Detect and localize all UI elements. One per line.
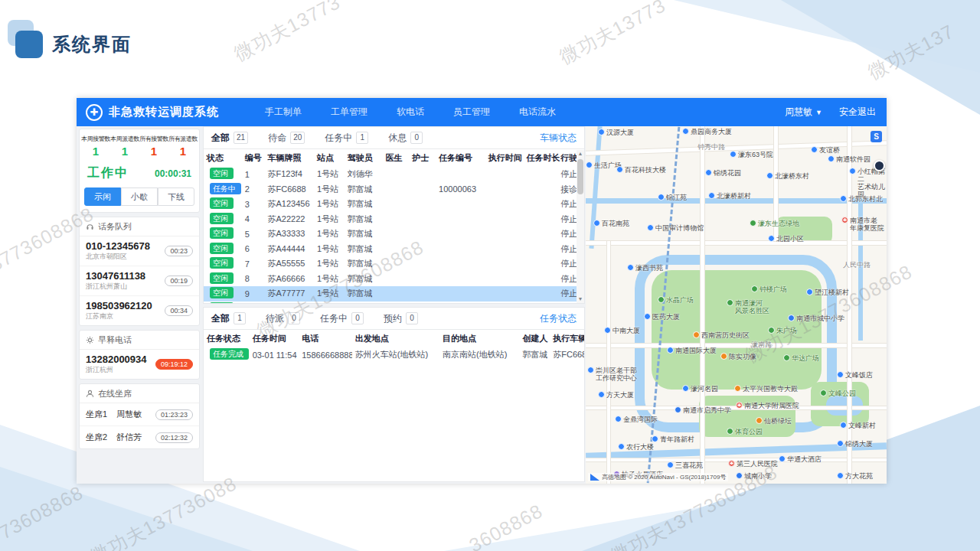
table-row[interactable]: 空闲3苏A1234561号站郭富城停止: [204, 197, 584, 212]
tab-待命[interactable]: 待命20: [268, 132, 305, 145]
tab-预约[interactable]: 预约0: [384, 312, 418, 325]
table-row[interactable]: 空闲5苏A333331号站郭富城停止: [204, 227, 584, 242]
user-menu[interactable]: 周慧敏▼: [785, 106, 822, 119]
table-row[interactable]: 空闲4苏A222221号站郭富城停止: [204, 212, 584, 227]
tab-count: 20: [290, 132, 305, 144]
map-label: 仙桥绿坛: [756, 417, 792, 425]
page-title: 系统界面: [52, 32, 132, 57]
map-label-text: 北濠桥东村: [775, 172, 809, 180]
vehicles-table-body: 空闲1苏F123f41号站刘德华停止任务中2苏FC66881号站郭富城10000…: [204, 167, 584, 304]
agent-status-card: 本周接警数本周派遣数所有接警数所有派遣数 1111 工作中 00:00:31 示…: [79, 129, 200, 213]
table-row[interactable]: 空闲6苏A444441号站郭富城停止: [204, 242, 584, 257]
column-header: 驾驶员: [345, 152, 383, 164]
vehicle-marker-icon[interactable]: [874, 160, 885, 171]
queue-item[interactable]: 010-12345678北京市朝阳区00:23: [80, 236, 199, 266]
map-label: 百花南苑: [593, 220, 629, 227]
queue-item[interactable]: 198503962120江苏南京00:34: [80, 296, 199, 325]
building-poi-icon: [811, 146, 818, 153]
agent-seat: 坐席2: [86, 432, 116, 443]
tasks-tabbar: 全部1待派0任务中0预约0 任务状态: [204, 308, 584, 330]
table-row[interactable]: 任务完成03-01 11:5415866668888苏州火车站(地铁站)南京南站…: [204, 347, 584, 363]
building-poi-icon: [766, 172, 773, 179]
main-nav: 手工制单工单管理软电话员工管理电话流水: [265, 106, 556, 119]
vehicle-status-cell: 任务中: [204, 183, 242, 196]
agent-state-button-3[interactable]: 下线: [158, 187, 194, 206]
nav-item-1[interactable]: 手工制单: [265, 106, 302, 119]
agent-seat: 坐席1: [86, 409, 116, 420]
map-view[interactable]: S 汉源大厦鼎园商务大厦钟秀中路濠东63号院友谊桥生活广场百花科技大楼锦绣花园北…: [586, 126, 887, 484]
status-badge: 空闲: [210, 197, 234, 209]
table-row[interactable]: 任务中2苏FC66881号站郭富城10000063接诊: [204, 182, 584, 197]
scrollbar-thumb[interactable]: [577, 159, 583, 194]
tab-休息[interactable]: 休息0: [388, 132, 423, 145]
cell: 苏A88888: [265, 303, 315, 304]
scroll-up-icon[interactable]: ▲: [577, 150, 584, 158]
building-poi-icon: [587, 367, 594, 373]
nav-item-5[interactable]: 电话流水: [519, 106, 556, 119]
cell: 郭富城: [345, 228, 383, 240]
tab-label: 任务中: [320, 312, 348, 325]
queue-item-info: 010-12345678北京市朝阳区: [86, 240, 150, 262]
map-label: 朱广场: [768, 327, 797, 334]
park-poi-icon: [727, 428, 733, 435]
tab-count: 21: [234, 132, 248, 144]
vehicles-scrollbar[interactable]: ▲ ▼: [577, 150, 584, 303]
nav-item-3[interactable]: 软电话: [397, 106, 424, 119]
tab-任务中[interactable]: 任务中0: [320, 312, 364, 325]
cell: 1号站: [314, 228, 345, 240]
stat-value: 1: [110, 145, 139, 158]
vehicle-status-link[interactable]: 车辆状态: [540, 132, 577, 145]
queue-item[interactable]: 13282000934浙江杭州09:19:12: [80, 350, 199, 379]
map-label-text: 文峰饭店: [845, 371, 873, 379]
map-label: 南通大学附属医院: [736, 402, 799, 409]
building-poi-icon: [667, 347, 674, 354]
app-title: 非急救转运调度系统: [109, 105, 219, 119]
map-label: 第三人民医院: [728, 460, 778, 468]
cell: 郭富城: [345, 258, 383, 269]
table-row[interactable]: 空闲10苏A888881号站郭富城停止: [204, 302, 584, 305]
map-canal: [589, 126, 602, 249]
table-row[interactable]: 空闲9苏A777771号站郭富城停止: [204, 286, 584, 302]
table-row[interactable]: 空闲8苏A666661号站郭富城停止: [204, 272, 584, 287]
queue-item[interactable]: 13047611138浙江杭州萧山00:19: [80, 266, 199, 296]
task-status-link[interactable]: 任务状态: [540, 312, 577, 325]
chevron-down-icon: ▼: [815, 109, 822, 116]
column-header: 医生: [383, 152, 410, 164]
map-label-text: 南通大学附属医院: [744, 402, 799, 409]
call-queue-header: 话务队列: [80, 217, 199, 236]
vehicle-status-cell: 空闲: [204, 257, 242, 270]
stats-values: 1111: [80, 143, 199, 162]
app-logo-icon: ✚: [86, 104, 103, 121]
map-label: 华达广场: [783, 354, 819, 362]
tab-待派[interactable]: 待派0: [266, 312, 300, 325]
map-label-text: 方大花苑: [845, 472, 873, 480]
nav-item-4[interactable]: 员工管理: [453, 106, 490, 119]
tab-任务中[interactable]: 任务中1: [325, 132, 368, 145]
agent-state-button-1[interactable]: 示闲: [84, 187, 121, 206]
map-label-text: 华达广场: [792, 354, 819, 362]
map-label-text: 濠东63号院: [738, 151, 773, 158]
cell: 苏A33333: [265, 228, 315, 240]
tab-全部[interactable]: 全部1: [211, 312, 246, 325]
table-row[interactable]: 空闲1苏F123f41号站刘德华停止: [204, 167, 584, 182]
landmark-poi-icon: [693, 331, 700, 338]
agent-state-button-2[interactable]: 小歇: [121, 187, 158, 206]
scroll-down-icon[interactable]: ▼: [577, 295, 584, 303]
phone-number: 198503962120: [86, 300, 152, 311]
map-label: 南通市启秀中学: [675, 406, 731, 414]
app-window: ✚ 非急救转运调度系统 手工制单工单管理软电话员工管理电话流水 周慧敏▼ 安全退…: [77, 98, 887, 484]
cell: 8: [242, 274, 265, 283]
cell: 郭富城: [345, 198, 383, 210]
header-right: 周慧敏▼ 安全退出: [785, 106, 876, 119]
person-icon: [86, 390, 94, 398]
stat-label: 所有接警数: [139, 135, 168, 143]
logout-button[interactable]: 安全退出: [839, 106, 876, 119]
cell: 1号站: [314, 168, 345, 180]
nav-item-2[interactable]: 工单管理: [331, 106, 368, 119]
table-row[interactable]: 空闲7苏A555551号站郭富城停止: [204, 256, 584, 272]
map-label-text: 南通国际大厦: [675, 347, 717, 354]
stats-labels: 本周接警数本周派遣数所有接警数所有派遣数: [80, 129, 199, 143]
map-label: 南通濠河 风景名胜区: [727, 299, 769, 315]
tab-全部[interactable]: 全部21: [211, 132, 248, 145]
map-label-text: 北园小区: [776, 235, 804, 243]
